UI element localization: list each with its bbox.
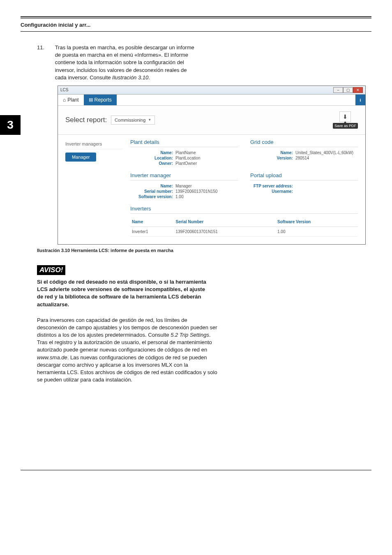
chevron-down-icon: ▼	[148, 118, 151, 122]
pd-owner-v: PlantOwner	[175, 161, 197, 166]
im-serial-k: Serial number:	[130, 189, 175, 194]
cell-name: Inverter1	[130, 227, 174, 236]
report-dropdown[interactable]: Commissioning ▼	[111, 116, 155, 125]
section-number: 3	[0, 115, 21, 135]
grid-code-section: Grid code Name:United_States_400V(L-L;60…	[250, 139, 358, 166]
plant-details-section: Plant details Name:PlantName Location:Pl…	[130, 139, 238, 166]
select-report-row: Select report: Commissioning ▼ ⬇ Save as…	[58, 106, 365, 135]
aviso-label: AVISO!	[37, 265, 65, 275]
minimize-button[interactable]: –	[333, 87, 343, 93]
user-k: Username:	[250, 189, 295, 194]
download-icon: ⬇	[343, 113, 348, 120]
pd-name-k: Name:	[130, 150, 175, 155]
tab-plant[interactable]: ⌂ Plant	[58, 95, 84, 105]
window-buttons: – ▢ ✕	[333, 87, 363, 93]
cell-sw: 1.00	[276, 227, 358, 236]
gc-name-k: Name:	[250, 150, 295, 155]
pd-loc-k: Location:	[130, 156, 175, 160]
col-sw: Software Version	[276, 217, 358, 227]
maximize-button[interactable]: ▢	[343, 87, 353, 93]
tab-reports[interactable]: ▤ Reports	[84, 95, 117, 105]
select-report-label: Select report:	[65, 116, 107, 124]
bottom-rule	[21, 470, 371, 470]
im-name-k: Name:	[130, 184, 175, 188]
window-titlebar: LCS – ▢ ✕	[58, 86, 365, 95]
report-body: Inverter managers Manager Plant details …	[58, 135, 365, 244]
save-pdf-wrap: ⬇ Save as PDF	[333, 111, 358, 129]
inv-mgr-title: Inverter manager	[130, 172, 238, 180]
gc-name-v: United_States_400V(L-L;60kW)	[295, 150, 353, 155]
top-rule	[21, 16, 371, 17]
tab-bar: ⌂ Plant ▤ Reports i	[58, 95, 365, 106]
download-button[interactable]: ⬇	[339, 111, 351, 122]
pd-name-v: PlantName	[175, 150, 196, 155]
tab-plant-label: Plant	[67, 97, 78, 103]
plant-details-title: Plant details	[130, 139, 238, 147]
manager-button[interactable]: Manager	[65, 153, 96, 162]
im-serial-v: 139F2006013701N150	[175, 189, 217, 194]
pd-owner-k: Owner:	[130, 161, 175, 166]
document-icon: ▤	[89, 97, 93, 102]
step-text: Tras la puesta en marcha, es posible des…	[55, 44, 199, 81]
table-row: Inverter1 139F2006013701N151 1.00	[130, 227, 358, 236]
col-name: Name	[130, 217, 174, 227]
inverter-managers-label: Inverter managers	[65, 139, 123, 149]
step-number: 11.	[37, 44, 53, 51]
ftp-k: FTP server address:	[250, 184, 295, 188]
col-serial: Serial Number	[174, 217, 276, 227]
info-button[interactable]: i	[355, 95, 365, 105]
grid-code-title: Grid code	[250, 139, 358, 147]
inverters-table: Name Serial Number Software Version Inve…	[130, 217, 358, 237]
tab-reports-label: Reports	[95, 97, 112, 103]
window-title: LCS	[60, 88, 68, 92]
para-ref1: 5.2 Trip Settings	[171, 332, 209, 338]
step-text-b: .	[148, 74, 150, 81]
gc-ver-k: Version:	[250, 156, 295, 160]
dropdown-value: Commissioning	[115, 118, 145, 123]
right-column: Plant details Name:PlantName Location:Pl…	[130, 139, 358, 237]
step-block: 11. Tras la puesta en marcha, es posible…	[37, 44, 201, 81]
lcs-screenshot: LCS – ▢ ✕ ⌂ Plant ▤ Reports i Select rep…	[58, 86, 366, 245]
save-pdf-tooltip: Save as PDF	[333, 123, 358, 129]
left-column: Inverter managers Manager	[65, 139, 123, 237]
im-sw-k: Software version:	[130, 194, 175, 199]
gc-ver-v: 280514	[295, 156, 309, 160]
close-button[interactable]: ✕	[353, 87, 363, 93]
portal-upload-section: Portal upload FTP server address: Userna…	[250, 172, 358, 200]
header-title: Configuración inicial y arr...	[21, 18, 371, 31]
inverter-manager-section: Inverter manager Name:Manager Serial num…	[130, 172, 238, 200]
im-name-v: Manager	[175, 184, 191, 188]
inverters-title: Inverters	[130, 206, 358, 214]
portal-title: Portal upload	[250, 172, 358, 180]
para-ref2: www.sma.de	[37, 354, 67, 361]
thin-rule-2	[21, 31, 371, 32]
home-icon: ⌂	[63, 97, 66, 103]
body-paragraph: Para inversores con capacidad de gestión…	[37, 317, 218, 384]
aviso-body: Si el código de red deseado no está disp…	[37, 278, 210, 308]
step-ref: Ilustración 3.10	[112, 74, 148, 81]
figure-caption: Ilustración 3.10 Herramienta LCS: inform…	[37, 248, 371, 253]
cell-serial: 139F2006013701N151	[174, 227, 276, 236]
pd-loc-v: PlantLocation	[175, 156, 201, 160]
im-sw-v: 1.00	[175, 194, 183, 199]
